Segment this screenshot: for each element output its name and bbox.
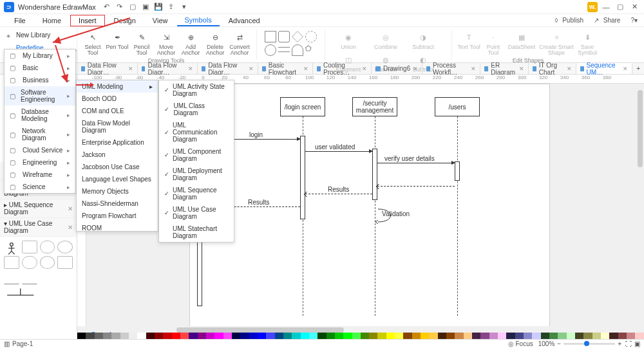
color-swatch[interactable] [240, 333, 249, 339]
software-eng-item[interactable]: Nassi-Shneiderman [77, 197, 158, 210]
software-eng-item[interactable]: Program Flowchart [77, 210, 158, 222]
close-icon[interactable]: ✕ [413, 66, 418, 72]
share-button[interactable]: ↗ Share [591, 16, 625, 24]
close-icon[interactable]: ✕ [68, 205, 73, 212]
msg-user-validated[interactable] [305, 151, 372, 152]
zoom-out-icon[interactable]: − [557, 340, 561, 347]
close-icon[interactable]: ✕ [567, 66, 572, 72]
color-swatch[interactable] [592, 333, 601, 339]
maximize-button[interactable]: ▢ [614, 3, 626, 12]
menu-file[interactable]: File [6, 15, 33, 26]
color-swatch[interactable] [137, 333, 146, 339]
lifeline-login-screen[interactable]: /login screen [280, 97, 325, 116]
datasheet-button[interactable]: ▦DataSheet [506, 30, 537, 51]
pencil-tool[interactable]: ✎Pencil Tool [130, 30, 153, 57]
close-icon[interactable]: ✕ [623, 66, 628, 72]
add-anchor-tool[interactable]: ⊕Add Anchor [179, 30, 202, 57]
msg-return-users[interactable] [377, 186, 455, 187]
msg-results1[interactable] [305, 194, 372, 194]
library-category-item[interactable]: ▢Software Engineering▸ [5, 86, 75, 105]
uml-type-item[interactable]: ✓UML Sequence Diagram [159, 184, 234, 203]
user-avatar[interactable]: W. [587, 2, 598, 12]
export-icon[interactable]: ⇪ [167, 3, 176, 12]
color-swatch[interactable] [309, 333, 317, 339]
doc-tab[interactable]: Sequence UM…✕ [576, 63, 632, 74]
subtract-button[interactable]: ◑Subtract [405, 30, 441, 51]
menu-symbols[interactable]: Symbols [177, 15, 220, 26]
minimize-button[interactable]: — [600, 3, 612, 12]
color-swatch[interactable] [377, 333, 386, 339]
color-swatch[interactable] [189, 333, 197, 339]
delete-anchor-tool[interactable]: ⊖Delete Anchor [204, 30, 227, 57]
uml-type-item[interactable]: ✓UML Class Diagram [159, 100, 234, 119]
color-swatch[interactable] [635, 333, 643, 339]
color-swatch[interactable] [155, 333, 163, 339]
close-icon[interactable]: ✕ [471, 66, 476, 72]
activation-security[interactable] [372, 149, 377, 200]
software-eng-item[interactable]: UML Modeling▸ [77, 80, 158, 93]
color-swatch[interactable] [506, 333, 515, 339]
color-swatch[interactable] [283, 333, 292, 339]
color-swatch[interactable] [214, 333, 223, 339]
close-icon[interactable]: ✕ [362, 66, 367, 72]
doc-tab[interactable]: Basic Flowchart✕ [258, 63, 313, 74]
color-swatch[interactable] [524, 333, 532, 339]
color-swatch[interactable] [292, 333, 300, 339]
menu-home[interactable]: Home [35, 15, 69, 26]
color-swatch[interactable] [618, 333, 627, 339]
close-icon[interactable]: ✕ [249, 66, 254, 72]
page-indicator-icon[interactable]: ▥ [4, 340, 10, 347]
doc-tab[interactable]: Data Flow Diagr…✕ [138, 63, 198, 74]
shape-palette[interactable] [0, 237, 77, 304]
close-icon[interactable]: ✕ [519, 66, 524, 72]
uml-type-item[interactable]: ✓UML Activity State Diagram [159, 80, 234, 100]
library-category-item[interactable]: ▢My Library▸ [5, 50, 75, 62]
close-icon[interactable]: ✕ [303, 66, 308, 72]
color-swatch[interactable] [489, 333, 498, 339]
software-eng-item[interactable]: Booch OOD [77, 93, 158, 105]
color-swatch[interactable] [421, 333, 429, 339]
software-eng-item[interactable]: Jacobson Use Case [77, 161, 158, 173]
color-swatch[interactable] [172, 333, 180, 339]
activation-login[interactable] [300, 136, 305, 219]
color-swatch[interactable] [275, 333, 283, 339]
software-eng-item[interactable]: ROOM [77, 222, 158, 232]
activation-users[interactable] [455, 161, 460, 181]
undo-icon[interactable]: ↶ [102, 3, 111, 12]
library-category-item[interactable]: ▢Science▸ [5, 181, 75, 193]
library-category-item[interactable]: ▢Engineering▸ [5, 156, 75, 169]
menu-advanced[interactable]: Advanced [221, 15, 268, 26]
color-swatch[interactable] [103, 333, 111, 339]
close-icon[interactable]: ✕ [128, 66, 133, 72]
software-eng-item[interactable]: Data Flow Model Diagram [77, 117, 158, 136]
doc-tab[interactable]: Data Flow Diagr…✕ [77, 63, 138, 74]
new-icon[interactable]: ▢ [128, 3, 137, 12]
color-swatch[interactable] [77, 333, 86, 339]
color-swatch[interactable] [429, 333, 437, 339]
color-swatch[interactable] [180, 333, 189, 339]
color-swatch[interactable] [369, 333, 377, 339]
color-swatch[interactable] [567, 333, 575, 339]
convert-anchor-tool[interactable]: ⇄Convert Anchor [228, 30, 251, 57]
uml-type-item[interactable]: ✓UML Deployment Diagram [159, 165, 234, 184]
close-button[interactable]: ✕ [629, 3, 640, 12]
color-swatch[interactable] [403, 333, 412, 339]
move-anchor-tool[interactable]: ⇲Move Anchor [155, 30, 178, 57]
software-eng-item[interactable]: COM and OLE [77, 105, 158, 117]
msg-verify[interactable] [377, 163, 455, 163]
color-swatch[interactable] [206, 333, 214, 339]
color-swatch[interactable] [549, 333, 558, 339]
lifeline-security[interactable]: /security management [352, 97, 397, 116]
save-icon[interactable]: 💾 [154, 3, 163, 12]
color-swatch[interactable] [532, 333, 540, 339]
zoom-slider[interactable] [564, 343, 615, 345]
fit-icon[interactable]: ⛶ [625, 340, 632, 347]
software-eng-item[interactable]: Language Level Shapes [77, 173, 158, 185]
color-swatch[interactable] [223, 333, 232, 339]
doc-tab[interactable]: ER Diagram✕ [480, 63, 529, 74]
doc-tab[interactable]: Data Flow Diagr…✕ [198, 63, 258, 74]
color-swatch[interactable] [498, 333, 506, 339]
zoom-in-icon[interactable]: + [618, 340, 621, 347]
library-category-item[interactable]: ▢Network Diagram▸ [5, 125, 75, 144]
text-tool[interactable]: TText Tool [457, 30, 480, 51]
